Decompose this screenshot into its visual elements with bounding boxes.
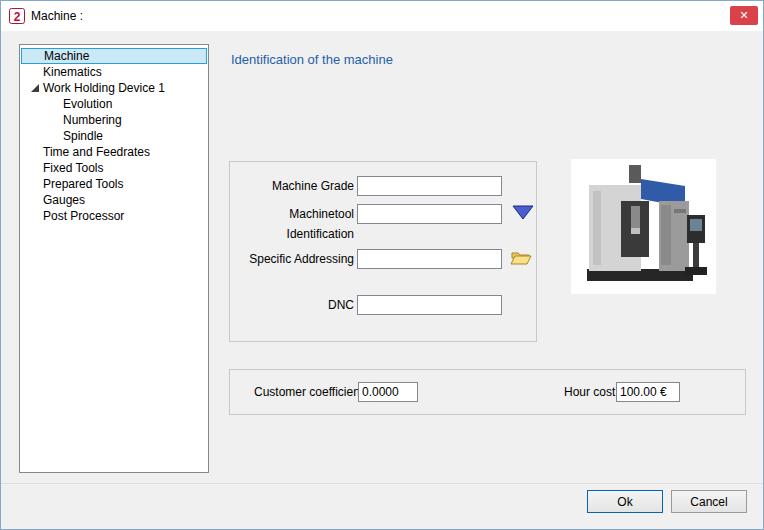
cancel-button[interactable]: Cancel: [671, 490, 747, 513]
dnc-label: DNC: [230, 295, 354, 315]
window-title: Machine :: [31, 9, 83, 23]
hour-cost-label: Hour cost: [564, 385, 615, 399]
specific-addressing-label: Specific Addressing: [230, 249, 354, 269]
open-folder-icon: [510, 249, 532, 266]
expanded-triangle-icon[interactable]: [31, 84, 39, 92]
tree-item-spindle[interactable]: Spindle: [21, 128, 207, 144]
machinetool-identification-row: Machinetool Identification: [230, 204, 538, 226]
tree-item-kinematics[interactable]: Kinematics: [21, 64, 207, 80]
tree-item-evolution[interactable]: Evolution: [21, 96, 207, 112]
page-title: Identification of the machine: [231, 52, 393, 67]
app-logo-icon: 2: [9, 8, 25, 24]
close-button[interactable]: ✕: [730, 6, 758, 25]
machine-grade-label: Machine Grade: [230, 176, 354, 196]
dnc-row: DNC: [230, 295, 530, 317]
customer-coefficient-label: Customer coefficient: [254, 385, 363, 399]
tree-item-label: Work Holding Device 1: [43, 81, 165, 95]
tree-items: Machine Kinematics Work Holding Device 1…: [21, 48, 207, 224]
svg-text:2: 2: [14, 10, 21, 24]
costs-group: Customer coefficient Hour cost: [229, 369, 746, 415]
ok-button[interactable]: Ok: [587, 490, 663, 513]
machinetool-identification-input[interactable]: [357, 204, 502, 224]
tree-item-work-holding-device-1[interactable]: Work Holding Device 1: [21, 80, 207, 96]
identification-dropdown-button[interactable]: [510, 203, 536, 225]
navigation-tree: Machine Kinematics Work Holding Device 1…: [19, 44, 209, 473]
footer-separator: [1, 483, 764, 484]
machine-grade-input[interactable]: [357, 176, 502, 196]
specific-addressing-row: Specific Addressing: [230, 249, 538, 271]
machine-dialog: 2 Machine : ✕ Machine Kinematics Work Ho…: [0, 0, 764, 530]
specific-addressing-input[interactable]: [357, 249, 502, 269]
machine-photo: [571, 159, 716, 294]
tree-item-machine[interactable]: Machine: [21, 48, 207, 64]
dropdown-triangle-icon: [512, 205, 534, 221]
tree-item-post-processor[interactable]: Post Processor: [21, 208, 207, 224]
tree-item-numbering[interactable]: Numbering: [21, 112, 207, 128]
tree-item-fixed-tools[interactable]: Fixed Tools: [21, 160, 207, 176]
tree-item-prepared-tools[interactable]: Prepared Tools: [21, 176, 207, 192]
customer-coefficient-input[interactable]: [358, 382, 418, 402]
hour-cost-input[interactable]: [616, 382, 680, 402]
machinetool-identification-label: Machinetool Identification: [230, 204, 354, 244]
tree-item-time-and-feedrates[interactable]: Time and Feedrates: [21, 144, 207, 160]
dnc-input[interactable]: [357, 295, 502, 315]
machine-grade-row: Machine Grade: [230, 176, 530, 198]
tree-item-gauges[interactable]: Gauges: [21, 192, 207, 208]
titlebar: 2 Machine : ✕: [1, 1, 763, 31]
identification-group: Machine Grade Machinetool Identification…: [229, 161, 537, 342]
browse-folder-button[interactable]: [508, 248, 534, 270]
